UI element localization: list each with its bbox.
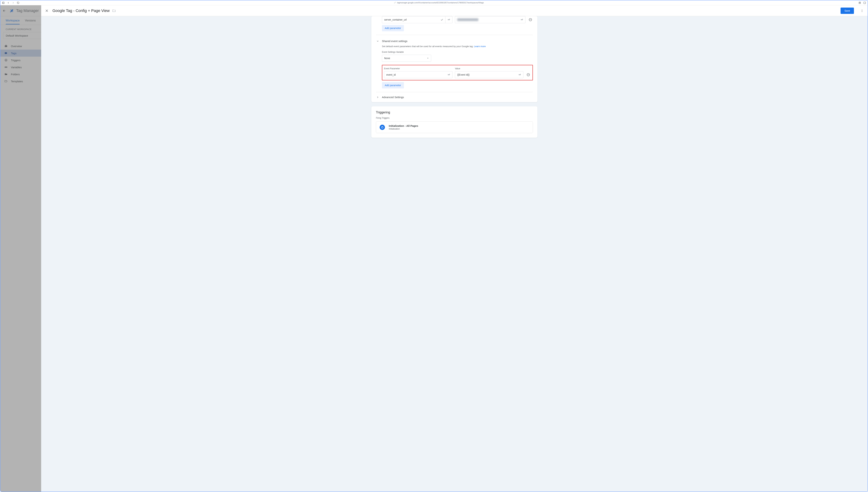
panel-title[interactable]: Google Tag - Config + Page View xyxy=(52,8,110,13)
dropdown-icon xyxy=(427,57,429,59)
shared-event-settings-section: Shared event settings Set default event … xyxy=(376,35,533,92)
tag-editor-panel: Google Tag - Config + Page View Save xyxy=(41,5,868,492)
initialization-icon xyxy=(380,125,385,130)
col-header-param: Event Parameter xyxy=(384,67,453,70)
svg-rect-22 xyxy=(450,19,450,20)
add-parameter-button[interactable]: Add parameter xyxy=(382,82,404,89)
triggering-card[interactable]: Triggering Firing Triggers Initializatio… xyxy=(371,106,537,138)
panel-body: Add parameter Shared event settings xyxy=(41,16,868,492)
svg-rect-33 xyxy=(449,74,450,75)
advanced-label: Advanced Settings xyxy=(382,96,404,99)
remove-row-button[interactable] xyxy=(526,72,531,77)
svg-rect-31 xyxy=(448,74,449,75)
triggering-title: Triggering xyxy=(376,110,533,114)
trigger-row[interactable]: Initialization - All Pages Initializatio… xyxy=(376,121,533,133)
svg-point-15 xyxy=(862,9,862,10)
svg-rect-35 xyxy=(450,74,450,75)
svg-point-17 xyxy=(862,11,862,12)
svg-rect-18 xyxy=(448,19,449,20)
link-icon xyxy=(394,2,396,4)
trigger-title: Initialization - All Pages xyxy=(389,124,418,127)
event-param-name-input[interactable] xyxy=(384,71,445,78)
learn-more-link[interactable]: Learn more xyxy=(474,45,485,48)
help-text: Set default event parameters that will b… xyxy=(382,45,533,48)
advanced-settings-header[interactable]: Advanced Settings xyxy=(376,92,533,102)
nav-reload-icon[interactable] xyxy=(17,2,19,4)
svg-rect-40 xyxy=(521,74,521,75)
param-name-input[interactable] xyxy=(382,16,438,23)
panel-header: Google Tag - Config + Page View Save xyxy=(41,5,868,16)
remove-icon xyxy=(527,73,530,76)
svg-point-16 xyxy=(862,10,862,11)
variable-picker-button[interactable] xyxy=(445,16,453,23)
url-text: tagmanager.google.com/#/container/accoun… xyxy=(397,2,484,4)
trigger-subtitle: Initialization xyxy=(389,128,418,130)
remove-row-button[interactable] xyxy=(528,17,533,22)
more-vert-icon xyxy=(861,9,864,12)
config-card: Add parameter Shared event settings xyxy=(371,16,537,102)
svg-rect-34 xyxy=(449,74,450,74)
svg-rect-21 xyxy=(449,19,450,19)
chevron-down-icon xyxy=(376,40,380,43)
browser-chrome: tagmanager.google.com/#/container/accoun… xyxy=(0,0,868,5)
param-verified-icon xyxy=(438,16,445,23)
svg-rect-23 xyxy=(521,19,522,20)
close-button[interactable] xyxy=(45,8,49,13)
tabs-icon[interactable] xyxy=(863,2,866,4)
sidebar-toggle-icon[interactable] xyxy=(2,2,5,4)
share-icon[interactable] xyxy=(859,2,861,4)
remove-icon xyxy=(529,18,532,21)
nav-back-icon[interactable] xyxy=(7,2,9,4)
svg-marker-30 xyxy=(427,58,428,59)
svg-rect-36 xyxy=(519,74,519,75)
svg-rect-26 xyxy=(522,19,523,19)
variable-picker-button[interactable] xyxy=(519,16,526,23)
svg-rect-25 xyxy=(522,19,523,20)
address-bar[interactable]: tagmanager.google.com/#/container/accoun… xyxy=(22,2,856,4)
firing-triggers-label: Firing Triggers xyxy=(376,117,533,119)
save-button[interactable]: Save xyxy=(841,7,854,14)
settings-variable-label: Event Settings Variable xyxy=(382,51,533,53)
chevron-right-icon xyxy=(376,96,380,99)
svg-rect-37 xyxy=(520,74,520,75)
col-header-value: Value xyxy=(455,67,523,70)
svg-rect-19 xyxy=(449,19,449,20)
svg-rect-38 xyxy=(520,74,521,75)
event-param-value-input[interactable] xyxy=(455,71,516,78)
svg-rect-39 xyxy=(520,74,521,74)
folder-outline-icon[interactable] xyxy=(112,9,116,13)
param-value-input[interactable] xyxy=(455,16,519,23)
more-menu-button[interactable] xyxy=(860,9,864,12)
settings-variable-select[interactable]: None xyxy=(382,55,431,62)
svg-rect-32 xyxy=(449,74,449,75)
close-icon xyxy=(45,9,49,13)
select-value: None xyxy=(384,57,390,59)
shared-event-settings-header[interactable]: Shared event settings xyxy=(376,38,533,45)
variable-picker-button[interactable] xyxy=(445,71,453,78)
svg-rect-3 xyxy=(864,2,866,4)
svg-rect-27 xyxy=(523,19,523,20)
nav-forward-icon[interactable] xyxy=(12,2,15,4)
section-label: Shared event settings xyxy=(382,40,407,43)
config-param-row xyxy=(382,16,533,23)
svg-rect-0 xyxy=(2,2,4,3)
add-parameter-button[interactable]: Add parameter xyxy=(382,25,404,31)
svg-rect-24 xyxy=(522,19,522,20)
svg-rect-20 xyxy=(449,19,450,20)
variable-picker-button[interactable] xyxy=(516,71,523,78)
event-param-highlight: Event Parameter Value xyxy=(382,65,533,80)
